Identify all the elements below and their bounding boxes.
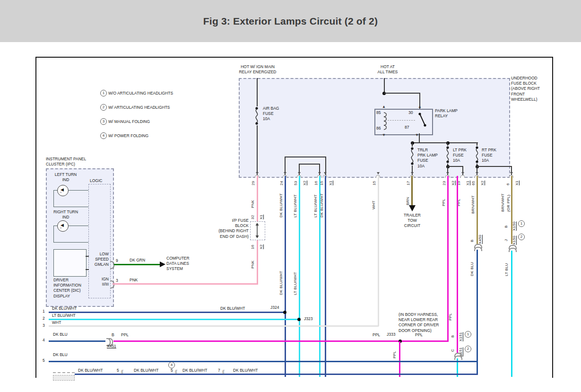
relay-name: PARK LAMP RELAY <box>435 108 458 119</box>
fuse-icon <box>445 146 451 164</box>
wire <box>86 256 89 257</box>
wire-label: PPL <box>442 194 447 206</box>
wire-label: DK BLU/WHT <box>182 368 207 373</box>
wire <box>412 142 478 143</box>
wire-label: DK BLU/WHT <box>279 268 285 295</box>
wiring-diagram-page: Fig 3: Exterior Lamps Circuit (2 of 2) 1… <box>0 0 581 392</box>
wire-dkblu <box>49 340 105 342</box>
wire-continuation-dashed <box>53 372 75 373</box>
wire-label: BRN/WHT <box>501 188 506 212</box>
row-number: 2 <box>43 316 45 321</box>
connector-label: X1 <box>259 212 265 219</box>
wire-label: DK BLU/WHT <box>220 306 245 311</box>
wire-ltbluwht <box>319 176 321 377</box>
legend-option-3-icon: 3 <box>100 118 107 125</box>
row-number: 4 <box>43 338 45 343</box>
wire-label: LT BLU <box>504 257 510 276</box>
left-turn-indicator-icon: ◀↓↓ <box>57 185 69 196</box>
connector-arc-icon <box>474 247 482 251</box>
wire-pnk <box>257 239 258 285</box>
wire-label: PNK <box>251 253 256 269</box>
inline-pin: 5 <box>117 368 119 373</box>
wire-label: DK BLU/WHT <box>134 368 158 373</box>
option-1-icon: 1 <box>518 220 525 227</box>
wire-dkblu <box>49 361 478 362</box>
inline-connector-icon: (( <box>175 369 177 374</box>
legend-option-1-icon: 1 <box>100 90 107 96</box>
wire-ppl <box>457 176 458 353</box>
pin-label: 29 <box>251 178 257 185</box>
junction-label: J333 <box>387 332 395 337</box>
wire <box>477 166 512 167</box>
connector-pin: B <box>112 332 114 338</box>
row-number: 1 <box>43 309 45 314</box>
pin-label: 16 <box>251 242 256 249</box>
arrow-up-icon: ▲ <box>382 105 386 109</box>
wire-dkbluwht <box>49 312 286 313</box>
wire-ltbluwht <box>299 176 300 377</box>
trlr-fuse-label: TRLR PRK LAMP FUSE 10A <box>417 148 438 169</box>
option-2-icon: 2 <box>518 234 525 240</box>
option-1-icon: 1 <box>465 331 471 338</box>
wire-label: LT BLU/WHT <box>293 190 299 218</box>
wire <box>257 78 258 176</box>
dic-label: DRIVER INFORMATION CENTER (DIC) DISPLAY <box>53 278 81 299</box>
wire-label: DK BLU <box>470 257 476 276</box>
wire <box>86 269 89 270</box>
ign-label: IGN II/III <box>94 277 109 287</box>
wire-label: DK BLU/WHT <box>279 190 285 218</box>
wire-dkblu <box>477 250 478 375</box>
pin-3: 3 <box>116 278 118 283</box>
wire-label: DK BLU/WHT <box>233 368 258 373</box>
connector-label: X1 <box>515 178 520 185</box>
connector-arc-icon <box>454 356 462 360</box>
wire-label: DK BLU/WHT <box>78 368 103 373</box>
wire-label: LT BLU/WHT <box>293 268 299 295</box>
wire-label: WHT <box>52 320 61 325</box>
legend-option-4-icon: 4 <box>100 132 107 139</box>
inline-connector-icon: (( <box>121 369 123 374</box>
row-number: 3 <box>43 323 45 328</box>
legend-item: W/ ARTICULATING HEADLIGHTS <box>108 105 170 110</box>
wire-label: PPL <box>448 308 454 321</box>
page-title: Fig 3: Exterior Lamps Circuit (2 of 2) <box>203 16 378 27</box>
wire-ppl <box>399 341 400 377</box>
connector-name: X150 <box>512 217 518 231</box>
relay-switch-icon <box>416 112 427 128</box>
jumper-wire <box>285 157 326 157</box>
wire-pnk <box>113 283 258 285</box>
wire-label: PNK <box>251 193 256 208</box>
jumper-wire <box>299 164 320 165</box>
wire-dkbluwht <box>285 176 286 377</box>
arrow-right-icon <box>160 261 165 267</box>
relay-coil-icon <box>381 113 387 130</box>
wire-label: DK BLU/WHT <box>52 306 77 311</box>
wire-label: LT BLU/WHT <box>313 190 319 218</box>
wire-dkbluwht <box>75 374 478 375</box>
relay-pin-87: 87 <box>405 125 409 130</box>
wire-brn <box>411 176 413 206</box>
fuse-icon <box>409 147 415 166</box>
cutoff-component-box <box>53 375 75 381</box>
hot-all-times-label: HOT AT ALL TIMES <box>364 64 411 75</box>
pin-9: 9 <box>116 258 118 263</box>
computer-data-lines-label: COMPUTER DATA LINES SYSTEM <box>166 256 190 272</box>
inline-connector-icon: (( <box>222 369 224 374</box>
wire-dkbluwht <box>325 176 326 377</box>
wire-dkgrn <box>114 264 160 265</box>
connector-label: X2 <box>480 178 486 185</box>
underhood-note: UNDERHOOD FUSE BLOCK (ABOVE RIGHT FRONT … <box>511 76 552 102</box>
connector-label: X2 <box>451 178 457 185</box>
arrow-down-icon <box>409 205 416 211</box>
connector-arc-icon <box>509 248 517 252</box>
connector-pin: B <box>504 221 510 228</box>
junction-dot <box>297 318 301 321</box>
legend-item: W/O ARTICULATING HEADLIGHTS <box>108 91 173 96</box>
lt-prk-fuse-label: LT PRK FUSE 10A <box>453 148 467 164</box>
legend-option-2-icon: 2 <box>100 104 107 111</box>
connector-pin: C <box>451 345 456 352</box>
wire-label: PPL <box>121 332 129 338</box>
legend-item: W/ MANUAL FOLDING <box>108 119 150 124</box>
relay-pin-30: 30 <box>408 110 413 115</box>
pin-label: 32 <box>251 212 256 219</box>
